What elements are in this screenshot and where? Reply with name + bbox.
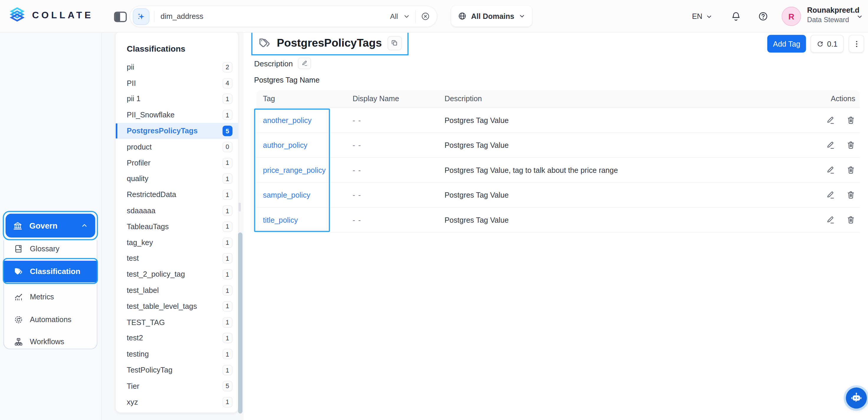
notifications-button[interactable] xyxy=(731,0,741,33)
classification-count-badge: 1 xyxy=(222,365,233,376)
table-row: sample_policy - - Postgres Tag Value xyxy=(256,183,860,207)
more-options-button[interactable] xyxy=(848,35,864,53)
automation-cog-icon xyxy=(14,315,23,324)
collate-logo-icon xyxy=(8,6,27,25)
user-menu-chevron[interactable] xyxy=(857,0,863,33)
table-row: title_policy - - Postgres Tag Value xyxy=(256,208,860,233)
sidebar-item-label: Workflows xyxy=(30,337,64,346)
clear-search-icon[interactable] xyxy=(421,11,430,21)
sidebar-item-classification[interactable]: Classification xyxy=(3,261,97,282)
edit-tag-button[interactable] xyxy=(827,216,835,224)
classification-list-item[interactable]: product0 xyxy=(116,139,239,155)
edit-tag-button[interactable] xyxy=(827,166,835,174)
edit-description-button[interactable] xyxy=(298,58,311,69)
domains-filter-button[interactable]: All Domains xyxy=(451,6,532,27)
sidebar-collapse-icon[interactable] xyxy=(114,11,127,22)
classifications-scrollbar-small[interactable] xyxy=(238,203,241,211)
classification-count-badge: 1 xyxy=(222,269,233,280)
classification-list-item[interactable]: TestPolicyTag1 xyxy=(116,362,239,378)
classification-count-badge: 2 xyxy=(222,62,233,72)
global-search-bar[interactable]: dim_address All xyxy=(129,6,437,27)
version-button[interactable]: 0.1 xyxy=(810,35,844,53)
tag-description: Postgres Tag Value xyxy=(444,191,803,199)
chevron-down-icon xyxy=(706,13,713,20)
tag-display-name: - - xyxy=(353,116,445,124)
classification-list-item[interactable]: tag_key1 xyxy=(116,235,239,250)
classification-list-item[interactable]: test21 xyxy=(116,330,239,346)
edit-tag-button[interactable] xyxy=(827,141,835,149)
domains-filter-label: All Domains xyxy=(471,12,514,20)
classification-count-badge: 1 xyxy=(222,317,233,328)
classification-list-item[interactable]: PII_Snowflake1 xyxy=(116,107,239,123)
sidebar-item-metrics[interactable]: Metrics xyxy=(3,287,97,307)
search-input[interactable]: dim_address xyxy=(160,12,203,20)
classification-list-item[interactable]: test1 xyxy=(116,250,239,266)
chatbot-button[interactable] xyxy=(846,388,867,409)
tag-description: Postgres Tag Value xyxy=(444,216,803,224)
classification-list-item[interactable]: PII4 xyxy=(116,75,239,91)
classification-list-item[interactable]: sdaaaaa1 xyxy=(116,203,239,218)
classifications-list: pii2 PII4 pii 11 PII_Snowflake1 Postgres… xyxy=(116,59,239,410)
delete-tag-button[interactable] xyxy=(846,190,855,200)
robot-icon xyxy=(850,391,863,404)
classification-list-item[interactable]: Profiler1 xyxy=(116,155,239,171)
classification-count-badge: 0 xyxy=(222,142,233,152)
tag-link[interactable]: another_policy xyxy=(256,116,353,124)
tag-link[interactable]: price_range_policy xyxy=(256,166,353,174)
sidebar-item-automations[interactable]: Automations xyxy=(3,309,97,329)
search-scope-dropdown[interactable]: All xyxy=(390,12,398,20)
classification-count-badge: 1 xyxy=(222,333,233,343)
classification-name: PII_Snowflake xyxy=(127,111,222,119)
classification-name: PostgresPolicyTags xyxy=(127,127,222,135)
delete-tag-button[interactable] xyxy=(846,141,855,150)
classification-list-item[interactable]: TableauTags1 xyxy=(116,218,239,235)
copy-name-button[interactable] xyxy=(387,36,402,50)
classification-count-badge: 1 xyxy=(222,397,233,407)
classification-list-item[interactable]: test_table_level_tags1 xyxy=(116,299,239,314)
ai-sparkle-icon[interactable] xyxy=(133,8,149,25)
collate-logo[interactable]: COLLATE xyxy=(8,6,93,25)
classification-count-badge: 4 xyxy=(222,78,233,88)
tag-icon xyxy=(258,36,271,50)
edit-tag-button[interactable] xyxy=(827,116,835,124)
edit-tag-button[interactable] xyxy=(827,191,835,199)
classification-list-item[interactable]: testing1 xyxy=(116,346,239,362)
classification-list-item[interactable]: xyz1 xyxy=(116,394,239,410)
bank-icon xyxy=(13,220,23,231)
pencil-icon xyxy=(827,216,835,224)
classification-name: product xyxy=(127,143,222,151)
classification-list-item[interactable]: test_2_policy_tag1 xyxy=(116,266,239,282)
tag-link[interactable]: title_policy xyxy=(256,216,353,224)
sidebar-item-workflows[interactable]: Workflows xyxy=(3,332,97,352)
classification-list-item[interactable]: RestrictedData1 xyxy=(116,187,239,203)
classification-list-item[interactable]: Tier5 xyxy=(116,378,239,394)
sidebar-item-glossary[interactable]: Glossary xyxy=(3,239,97,259)
classification-list-item[interactable]: quality1 xyxy=(116,171,239,187)
sidebar-item-govern[interactable]: Govern xyxy=(6,214,95,237)
trash-icon xyxy=(846,215,855,224)
workflow-icon xyxy=(14,337,23,346)
tag-display-name: - - xyxy=(353,191,445,199)
pencil-icon xyxy=(827,191,835,199)
classifications-scrollbar[interactable] xyxy=(238,233,242,414)
delete-tag-button[interactable] xyxy=(846,116,855,124)
classification-list-item[interactable]: pii2 xyxy=(116,59,239,75)
user-avatar[interactable]: R xyxy=(782,7,801,26)
pencil-icon xyxy=(827,116,835,124)
sidebar-item-label: Govern xyxy=(29,221,57,230)
tag-link[interactable]: author_policy xyxy=(256,141,353,149)
classification-name: Profiler xyxy=(127,159,222,167)
classification-name: test xyxy=(127,254,222,263)
classification-list-item[interactable]: test_label1 xyxy=(116,282,239,299)
help-button[interactable] xyxy=(758,0,769,33)
language-selector[interactable]: EN xyxy=(692,0,712,33)
classification-list-item[interactable]: pii 11 xyxy=(116,91,239,107)
add-tag-button[interactable]: Add Tag xyxy=(767,35,806,53)
chevron-down-icon[interactable] xyxy=(403,13,410,20)
classification-list-item[interactable]: TEST_TAG1 xyxy=(116,314,239,330)
classification-list-item-selected[interactable]: PostgresPolicyTags5 xyxy=(116,123,239,139)
tag-link[interactable]: sample_policy xyxy=(256,191,353,199)
delete-tag-button[interactable] xyxy=(846,215,855,224)
table-row: price_range_policy - - Postgres Tag Valu… xyxy=(256,158,860,183)
delete-tag-button[interactable] xyxy=(846,166,855,174)
